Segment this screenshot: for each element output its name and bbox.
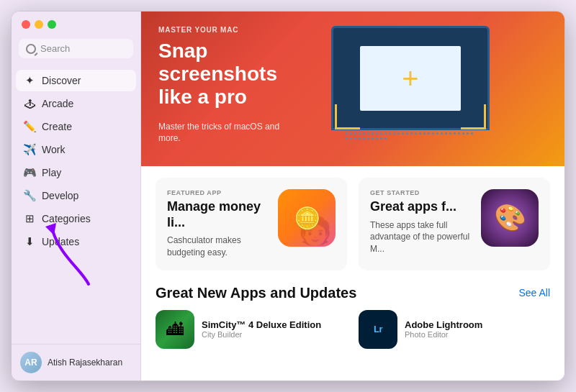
work-icon: ✈️ (23, 143, 36, 156)
card-desc-great-apps: These apps take full advantage of the po… (370, 219, 472, 255)
traffic-lights (12, 20, 140, 39)
section-title: Great New Apps and Updates (156, 285, 356, 301)
search-bar[interactable]: Search (19, 39, 133, 58)
sidebar-item-discover[interactable]: ✦ Discover (16, 70, 136, 91)
cashculator-icon: 🧑 🪙 (278, 189, 336, 247)
develop-icon: 🔧 (23, 189, 36, 202)
develop-label: Develop (42, 190, 78, 201)
simcity-text: SimCity™ 4 Deluxe Edition City Builder (202, 319, 321, 339)
hero-image: + (302, 26, 547, 152)
sidebar-footer: AR Atish Rajasekharan (12, 344, 140, 380)
main-content: MASTER YOUR MAC Snap screenshots like a … (141, 12, 564, 380)
sidebar-item-updates[interactable]: ⬇ Updates (16, 231, 136, 252)
discover-icon: ✦ (23, 74, 36, 87)
play-icon: 🎮 (23, 166, 36, 179)
hero-text: MASTER YOUR MAC Snap screenshots like a … (158, 26, 302, 152)
categories-label: Categories (42, 213, 91, 224)
card-title-great-apps: Great apps f... (370, 199, 472, 215)
arcade-icon: 🕹 (23, 97, 36, 110)
lightroom-text: Adobe Lightroom Photo Editor (405, 319, 482, 339)
laptop-screen-inner: + (360, 46, 461, 111)
section-header: Great New Apps and Updates See All (141, 282, 564, 310)
laptop-illustration: + (331, 26, 518, 152)
avatar: AR (20, 352, 42, 373)
categories-icon: ⊞ (23, 212, 36, 225)
card-text-cashculator: FEATURED APP Manage money li... Cashcula… (167, 189, 269, 259)
app-window: Search ✦ Discover 🕹 Arcade ✏️ Create ✈️ … (11, 11, 565, 381)
sidebar-item-create[interactable]: ✏️ Create (16, 116, 136, 137)
hero-subtitle: Master the tricks of macOS and more. (158, 121, 302, 145)
arcade-label: Arcade (42, 98, 73, 109)
lightroom-icon: Lr (359, 310, 397, 349)
great-apps-icon: 🎨 (481, 189, 539, 247)
work-label: Work (42, 144, 65, 155)
hero-banner: MASTER YOUR MAC Snap screenshots like a … (141, 12, 564, 166)
card-eyebrow-cashculator: FEATURED APP (167, 189, 269, 196)
search-placeholder: Search (40, 43, 70, 54)
user-name: Atish Rajasekharan (48, 357, 122, 368)
card-text-great-apps: GET STARTED Great apps f... These apps t… (370, 189, 472, 255)
hero-title: Snap screenshots like a pro (158, 40, 302, 109)
sidebar-item-categories[interactable]: ⊞ Categories (16, 208, 136, 229)
sidebar: Search ✦ Discover 🕹 Arcade ✏️ Create ✈️ … (12, 12, 141, 380)
create-label: Create (42, 121, 72, 132)
play-label: Play (42, 167, 61, 178)
lightroom-category: Photo Editor (405, 330, 482, 339)
nav-items: ✦ Discover 🕹 Arcade ✏️ Create ✈️ Work 🎮 (12, 70, 140, 344)
updates-icon: ⬇ (23, 235, 36, 248)
sidebar-item-arcade[interactable]: 🕹 Arcade (16, 93, 136, 114)
minimize-button[interactable] (35, 20, 43, 29)
card-desc-cashculator: Cashculator makes budgeting easy. (167, 234, 269, 259)
corner-bracket-br (461, 104, 486, 129)
search-icon (26, 44, 36, 54)
sidebar-item-work[interactable]: ✈️ Work (16, 139, 136, 160)
lightroom-name: Adobe Lightroom (405, 319, 482, 330)
featured-card-great-apps[interactable]: GET STARTED Great apps f... These apps t… (359, 178, 550, 270)
see-all-link[interactable]: See All (518, 287, 550, 298)
updates-label: Updates (42, 236, 79, 247)
app-item-simcity[interactable]: 🏙 SimCity™ 4 Deluxe Edition City Builder (156, 310, 347, 349)
simcity-category: City Builder (202, 330, 321, 339)
fullscreen-button[interactable] (48, 20, 56, 29)
apps-row: 🏙 SimCity™ 4 Deluxe Edition City Builder… (141, 310, 564, 360)
simcity-icon: 🏙 (156, 310, 194, 349)
featured-card-cashculator[interactable]: FEATURED APP Manage money li... Cashcula… (156, 178, 347, 270)
plus-icon: + (402, 64, 418, 93)
sidebar-item-develop[interactable]: 🔧 Develop (16, 185, 136, 206)
close-button[interactable] (22, 20, 30, 29)
card-title-cashculator: Manage money li... (167, 199, 269, 230)
app-item-lightroom[interactable]: Lr Adobe Lightroom Photo Editor (359, 310, 550, 349)
simcity-name: SimCity™ 4 Deluxe Edition (202, 319, 321, 330)
hero-eyebrow: MASTER YOUR MAC (158, 26, 302, 34)
discover-label: Discover (42, 75, 81, 86)
keyboard-dots (346, 132, 475, 140)
corner-bracket-bl (335, 104, 360, 129)
sidebar-item-play[interactable]: 🎮 Play (16, 162, 136, 183)
card-eyebrow-great-apps: GET STARTED (370, 189, 472, 196)
lightroom-icon-text: Lr (374, 324, 382, 334)
featured-cards-row: FEATURED APP Manage money li... Cashcula… (141, 166, 564, 282)
create-icon: ✏️ (23, 120, 36, 133)
